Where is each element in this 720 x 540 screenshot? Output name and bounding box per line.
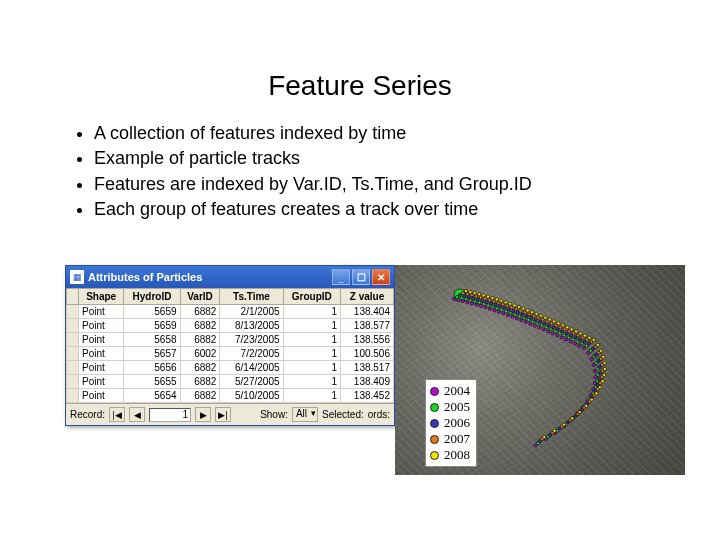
svg-point-9 xyxy=(488,307,491,310)
col-groupid[interactable]: GroupID xyxy=(283,289,341,305)
svg-point-197 xyxy=(517,305,520,308)
table-row[interactable]: Point565668826/14/20051138.517 xyxy=(67,361,394,375)
svg-point-209 xyxy=(570,328,573,331)
table-row[interactable]: Point565868827/23/20051138.556 xyxy=(67,333,394,347)
nav-next-button[interactable]: ▶ xyxy=(195,407,211,422)
svg-point-224 xyxy=(590,398,593,401)
cell: 7/23/2005 xyxy=(220,333,283,347)
nav-last-button[interactable]: ▶| xyxy=(215,407,231,422)
svg-point-1 xyxy=(452,297,455,300)
row-header-blank xyxy=(67,289,79,305)
selected-value: ords: xyxy=(368,409,390,420)
row-selector[interactable] xyxy=(67,319,79,333)
nav-first-button[interactable]: |◀ xyxy=(109,407,125,422)
window-titlebar[interactable]: ▦ Attributes of Particles _ ☐ ✕ xyxy=(66,266,394,288)
svg-point-54 xyxy=(487,304,490,307)
cell: Point xyxy=(79,305,124,319)
svg-point-226 xyxy=(578,410,581,413)
svg-point-93 xyxy=(458,293,461,296)
record-number-input[interactable]: 1 xyxy=(149,408,191,422)
row-selector[interactable] xyxy=(67,361,79,375)
cell: Point xyxy=(79,361,124,375)
svg-point-97 xyxy=(476,298,479,301)
svg-point-213 xyxy=(588,336,591,339)
col-varid[interactable]: VarID xyxy=(180,289,220,305)
cell: Point xyxy=(79,389,124,403)
cell: 8/13/2005 xyxy=(220,319,283,333)
legend-swatch xyxy=(430,435,439,444)
row-selector[interactable] xyxy=(67,375,79,389)
svg-point-144 xyxy=(484,297,487,300)
cell: Point xyxy=(79,347,124,361)
cell: 5659 xyxy=(124,319,180,333)
col-shape[interactable]: Shape xyxy=(79,289,124,305)
svg-point-56 xyxy=(496,307,499,310)
show-dropdown[interactable]: All xyxy=(292,407,318,422)
cell: 5655 xyxy=(124,375,180,389)
row-selector[interactable] xyxy=(67,333,79,347)
nav-prev-button[interactable]: ◀ xyxy=(129,407,145,422)
svg-point-95 xyxy=(467,295,470,298)
row-selector[interactable] xyxy=(67,305,79,319)
svg-point-196 xyxy=(513,304,516,307)
svg-point-199 xyxy=(526,309,529,312)
svg-point-94 xyxy=(463,294,466,297)
svg-point-141 xyxy=(470,293,473,296)
svg-point-145 xyxy=(488,298,491,301)
table-row[interactable]: Point565568825/27/20051138.409 xyxy=(67,375,394,389)
legend-label: 2007 xyxy=(444,431,470,447)
svg-point-222 xyxy=(598,386,601,389)
svg-point-215 xyxy=(596,343,599,346)
table-icon: ▦ xyxy=(70,270,84,284)
col-hydroid[interactable]: HydroID xyxy=(124,289,180,305)
cell: 6882 xyxy=(180,305,220,319)
cell: 1 xyxy=(283,305,341,319)
svg-point-140 xyxy=(466,292,469,295)
maximize-button[interactable]: ☐ xyxy=(352,269,370,285)
svg-point-200 xyxy=(530,311,533,314)
bullet-list: A collection of features indexed by time… xyxy=(70,120,650,224)
bullet-item: Example of particle tracks xyxy=(94,147,650,170)
close-button[interactable]: ✕ xyxy=(372,269,390,285)
cell: 1 xyxy=(283,361,341,375)
cell: 5658 xyxy=(124,333,180,347)
page-title: Feature Series xyxy=(0,70,720,102)
svg-point-221 xyxy=(601,380,604,383)
svg-point-49 xyxy=(464,297,467,300)
bullet-item: Features are indexed by Var.ID, Ts.Time,… xyxy=(94,173,650,196)
table-row[interactable]: Point565760027/2/20051100.506 xyxy=(67,347,394,361)
svg-point-216 xyxy=(599,349,602,352)
svg-point-96 xyxy=(472,297,475,300)
table-row[interactable]: Point565468825/10/20051138.452 xyxy=(67,389,394,403)
row-selector[interactable] xyxy=(67,347,79,361)
svg-point-219 xyxy=(603,367,606,370)
cell: 1 xyxy=(283,333,341,347)
col-zvalue[interactable]: Z value xyxy=(341,289,394,305)
cell: 6882 xyxy=(180,333,220,347)
cell: 138.404 xyxy=(341,305,394,319)
attributes-table: Shape HydroID VarID Ts.Time GroupID Z va… xyxy=(66,288,394,403)
bullet-item: Each group of features creates a track o… xyxy=(94,198,650,221)
svg-point-147 xyxy=(497,301,500,304)
svg-point-10 xyxy=(493,309,496,312)
cell: 138.452 xyxy=(341,389,394,403)
svg-point-198 xyxy=(522,307,525,310)
svg-point-230 xyxy=(543,436,546,439)
col-tstime[interactable]: Ts.Time xyxy=(220,289,283,305)
row-selector[interactable] xyxy=(67,389,79,403)
cell: 1 xyxy=(283,375,341,389)
svg-point-201 xyxy=(535,312,538,315)
table-row[interactable]: Point565968828/13/20051138.577 xyxy=(67,319,394,333)
cell: 138.517 xyxy=(341,361,394,375)
svg-point-204 xyxy=(548,318,551,321)
svg-point-50 xyxy=(469,299,472,302)
table-row[interactable]: Point565968822/1/20051138.404 xyxy=(67,305,394,319)
cell: 5656 xyxy=(124,361,180,375)
cell: 6002 xyxy=(180,347,220,361)
cell: 5/27/2005 xyxy=(220,375,283,389)
legend-row: 2006 xyxy=(430,415,470,431)
minimize-button[interactable]: _ xyxy=(332,269,350,285)
svg-point-205 xyxy=(552,320,555,323)
svg-point-47 xyxy=(455,295,458,298)
svg-point-99 xyxy=(485,300,488,303)
